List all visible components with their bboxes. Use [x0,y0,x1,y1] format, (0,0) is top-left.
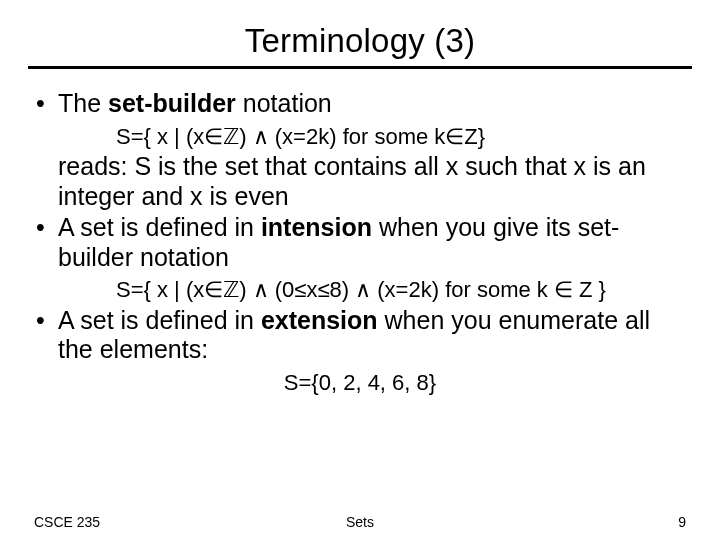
text: notation [236,89,332,117]
text: The [58,89,108,117]
formula-1: S={ x | (x∈ℤ) ∧ (x=2k) for some k∈Z} [34,121,686,153]
bullet-list-2: A set is defined in intension when you g… [34,213,686,272]
slide: Terminology (3) The set-builder notation… [0,0,720,540]
formula-3: S={0, 2, 4, 6, 8} [34,367,686,399]
bullet-intension: A set is defined in intension when you g… [34,213,686,272]
text: A set is defined in [58,213,261,241]
reads-text: reads: S is the set that contains all x … [34,152,686,211]
bullet-set-builder: The set-builder notation [34,89,686,119]
bullet-list-3: A set is defined in extension when you e… [34,306,686,365]
bullet-extension: A set is defined in extension when you e… [34,306,686,365]
bold-text: extension [261,306,378,334]
slide-title: Terminology (3) [0,0,720,66]
formula-2: S={ x | (x∈ℤ) ∧ (0≤x≤8) ∧ (x=2k) for som… [34,274,686,306]
bold-text: set-builder [108,89,236,117]
footer-center: Sets [0,514,720,530]
text: A set is defined in [58,306,261,334]
footer-right: 9 [678,514,686,530]
bullet-list: The set-builder notation [34,89,686,119]
slide-body: The set-builder notation S={ x | (x∈ℤ) ∧… [0,69,720,398]
bold-text: intension [261,213,372,241]
